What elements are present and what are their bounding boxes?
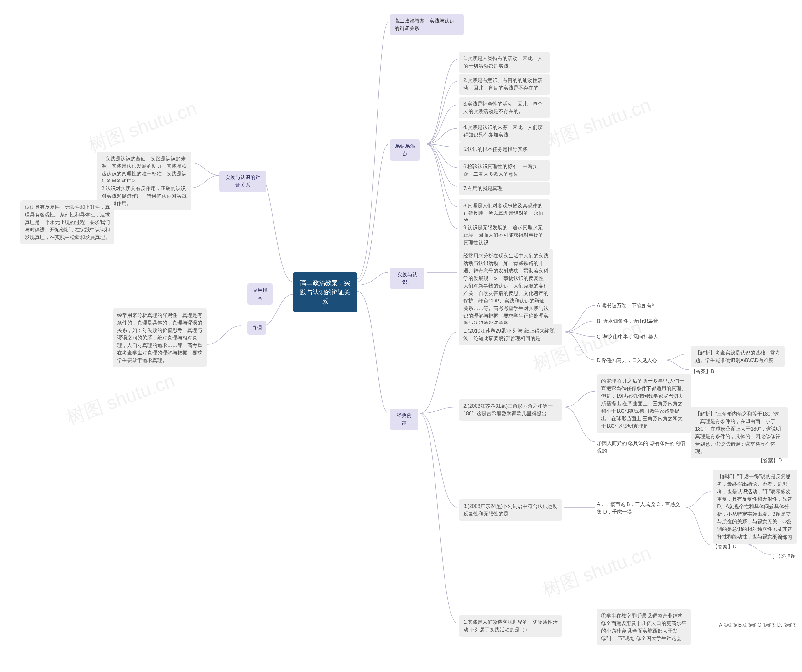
leaf-text: 巩固练习 xyxy=(772,535,792,540)
q3-options[interactable]: A．一概而论 B．三人成虎 C．百感交集 D．千虑一得 xyxy=(597,499,684,517)
mistakes-p5[interactable]: 5.认识的根本任务是指导实践 xyxy=(459,142,550,156)
watermark: 树图 shutu.cn xyxy=(84,96,200,158)
option-text: A．一概而论 B．三人成虎 C．百感交集 D．千虑一得 xyxy=(597,502,680,514)
answer-text: 【答案】B xyxy=(691,368,714,374)
leaf-text: 经常用来分析在现实生活中人们的实践活动与认识活动，如：青藏铁路的开通、神舟六号的… xyxy=(463,253,548,326)
root-label: 高二政治教案：实践与认识的辩证关系 xyxy=(300,279,350,305)
right-node-examples[interactable]: 经典例题 xyxy=(390,409,418,430)
mistakes-p3[interactable]: 3.实践是社会性的活动，因此，单个人的实践活动是不存在的。 xyxy=(459,97,550,118)
mistakes-p1[interactable]: 1.实践是人类特有的活动，因此，人的一切活动都是实践。 xyxy=(459,52,550,73)
left-leaf-s3-p1[interactable]: 认识具有反复性、无限性和上升性，真理具有客观性、条件性和具体性，追求真理是一个永… xyxy=(20,200,114,244)
leaf-text: ①学生在教室里听课 ②调整产业结构 ③全面建设惠及十几亿人口的更高水平的小康社会… xyxy=(601,613,686,641)
q2-note2[interactable]: ①因人而异的 ②具体的 ③有条件的 ④客观的 xyxy=(597,438,691,456)
leaf-text: 5.认识的根本任务是指导实践 xyxy=(463,147,527,152)
leaf-text: 【解析】"三角形内角之和等于180°"这一真理是有条件的，在凹曲面上小于180°… xyxy=(695,411,781,454)
practice-p1[interactable]: 经常用来分析在现实生活中人们的实践活动与认识活动，如：青藏铁路的开通、神舟六号的… xyxy=(459,249,553,330)
watermark: 树图 shutu.cn xyxy=(539,541,655,603)
q1-option-b[interactable]: B. 近水知鱼性，近山识鸟音 xyxy=(597,316,658,326)
answer-text: 【答案】D xyxy=(758,458,782,463)
q1-explanation[interactable]: 【解析】考查实践是认识的基础。常考题。学生能准确识别A\B\C\D有难度 xyxy=(691,346,785,367)
q4-note1[interactable]: ①学生在教室里听课 ②调整产业结构 ③全面建设惠及十几亿人口的更高水平的小康社会… xyxy=(597,609,691,645)
q2-note1[interactable]: 的定理,在此之后的两千多年里,人们一直把它当作任何条件下都适用的真理。但是，19… xyxy=(597,374,691,433)
mistakes-p6[interactable]: 6.检验认识真理性的标准，一看实践，二看大多数人的意见 xyxy=(459,160,550,181)
q3-tail1[interactable]: 巩固练习 xyxy=(772,532,792,542)
leaf-text: 的定理,在此之后的两千多年里,人们一直把它当作任何条件下都适用的真理。但是，19… xyxy=(601,378,686,429)
leaf-text: 2.实践是有意识、有目的的能动性活动，因此，盲目的实践是不存在的。 xyxy=(463,78,543,90)
leaf-text: 1.实践是人们改造客观世界的一切物质性活动,下列属于实践活动的是（） xyxy=(463,619,558,632)
right-node-mistakes[interactable]: 易错易混点 xyxy=(390,139,420,161)
q1-option-a[interactable]: A.读书破万卷，下笔如有神 xyxy=(597,300,656,311)
leaf-text: 7.有用的就是真理 xyxy=(463,186,503,191)
watermark: 树图 shutu.cn xyxy=(539,93,655,155)
option-text: B. 近水知鱼性，近山识鸟音 xyxy=(597,318,658,324)
left-node-truth[interactable]: 真理 xyxy=(247,321,266,335)
right-node-practice[interactable]: 实践与认识。 xyxy=(390,268,425,289)
q1-option-c[interactable]: C. 与之山中事，需问打柴人 xyxy=(597,332,658,342)
left-node-app-guide[interactable]: 应用指南 xyxy=(247,283,273,305)
leaf-text: 8.真理是人们对客观事物及其规律的正确反映，所以真理是绝对的，永恒的 xyxy=(463,203,543,223)
leaf-text: 4.实践是认识的来源，因此，人们获得知识只有参加实践。 xyxy=(463,124,543,137)
option-text: C. 与之山中事，需问打柴人 xyxy=(597,334,658,339)
mistakes-p4[interactable]: 4.实践是认识的来源，因此，人们获得知识只有参加实践。 xyxy=(459,121,550,142)
option-text: A.读书破万卷，下笔如有神 xyxy=(597,303,656,308)
q3-stem[interactable]: 3.(2008广东24题)下列词语中符合认识运动反复性和无限性的是 xyxy=(459,499,562,521)
q2-answer[interactable]: 【答案】D xyxy=(758,456,782,466)
leaf-text: 【解析】考查实践是认识的基础。常考题。学生能准确识别A\B\C\D有难度 xyxy=(695,350,780,363)
node-label: 易错易混点 xyxy=(395,144,415,156)
node-label: 实践与认识。 xyxy=(397,272,417,284)
option-text: D.路遥知马力，日久见人心 xyxy=(597,358,657,363)
node-label: 实践与认识的辩证关系 xyxy=(225,175,260,187)
leaf-text: 2.(2008江苏卷31题)三角形内角之和等于180° ,这是古希腊数学家欧几里… xyxy=(463,403,553,416)
left-node-practice-cognition[interactable]: 实践与认识的辩证关系 xyxy=(219,171,266,192)
q1-answer[interactable]: 【答案】B xyxy=(691,367,714,376)
leaf-text: 6.检验认识真理性的标准，一看实践，二看大多数人的意见 xyxy=(463,164,538,177)
leaf-text: 3.(2008广东24题)下列词语中符合认识运动反复性和无限性的是 xyxy=(463,504,558,516)
q4-stem[interactable]: 1.实践是人们改造客观世界的一切物质性活动,下列属于实践活动的是（） xyxy=(459,615,562,636)
title-box[interactable]: 高二政治教案：实践与认识的辩证关系 xyxy=(390,14,464,36)
mistakes-p2[interactable]: 2.实践是有意识、有目的的能动性活动，因此，盲目的实践是不存在的。 xyxy=(459,74,550,95)
leaf-text: 1.实践是认识的基础：实践是认识的来源，实践是认识发展的动力，实践是检验认识的真… xyxy=(102,156,187,184)
leaf-text: 经常用来分析真理的客观性，真理是有条件的，真理是具体的，真理与谬误的关系，如：对… xyxy=(117,312,202,363)
leaf-text: 3.实践是社会性的活动，因此，单个人的实践活动是不存在的。 xyxy=(463,101,543,114)
leaf-text: 1.实践是人类特有的活动，因此，人的一切活动都是实践。 xyxy=(463,56,543,69)
leaf-text: ①因人而异的 ②具体的 ③有条件的 ④客观的 xyxy=(597,441,686,454)
q1-option-d[interactable]: D.路遥知马力，日久见人心 xyxy=(597,355,657,365)
root-node[interactable]: 高二政治教案：实践与认识的辩证关系 xyxy=(293,273,357,312)
node-label: 应用指南 xyxy=(252,288,268,300)
leaf-text: 认识具有反复性、无限性和上升性，真理具有客观性、条件性和具体性，追求真理是一个永… xyxy=(25,205,110,240)
leaf-text: 【解析】"千虑一得"说的是反复思考，最终得出结论。虑者，是思考，也是认识活动，"… xyxy=(717,474,792,539)
mistakes-p9[interactable]: 9.认识是无限发展的，追求真理永无止境，因而人们不可能获得对事物的真理性认识。 xyxy=(459,221,550,250)
leaf-text: (一)选择题 xyxy=(772,553,796,559)
answer-text: 【答案】D xyxy=(713,544,737,549)
q3-answer[interactable]: 【答案】D xyxy=(713,542,737,552)
q3-tail2[interactable]: (一)选择题 xyxy=(772,551,796,561)
mistakes-p7[interactable]: 7.有用的就是真理 xyxy=(459,182,550,195)
node-label: 真理 xyxy=(252,325,262,330)
watermark: 树图 shutu.cn xyxy=(63,368,178,431)
leaf-text: 1.(2010江苏卷29题)下列与"纸上得来终觉浅，绝知此事要躬行"哲理相同的是 xyxy=(463,328,555,341)
q4-options[interactable]: A.①②③ B.②③④ C.①④⑤ D. ②④⑥ xyxy=(719,620,797,630)
q2-explanation[interactable]: 【解析】"三角形内角之和等于180°"这一真理是有条件的，在凹曲面上小于180°… xyxy=(691,407,788,459)
title-box-label: 高二政治教案：实践与认识的辩证关系 xyxy=(395,18,454,31)
left-leaf-s3-p2[interactable]: 经常用来分析真理的客观性，真理是有条件的，真理是具体的，真理与谬误的关系，如：对… xyxy=(113,309,207,367)
node-label: 经典例题 xyxy=(397,413,412,426)
q2-stem[interactable]: 2.(2008江苏卷31题)三角形内角之和等于180° ,这是古希腊数学家欧几里… xyxy=(459,399,562,420)
leaf-text: 9.认识是无限发展的，追求真理永无止境，因而人们不可能获得对事物的真理性认识。 xyxy=(463,225,543,245)
option-text: A.①②③ B.②③④ C.①④⑤ D. ②④⑥ xyxy=(719,622,797,628)
q1-stem[interactable]: 1.(2010江苏卷29题)下列与"纸上得来终觉浅，绝知此事要躬行"哲理相同的是 xyxy=(459,324,562,346)
